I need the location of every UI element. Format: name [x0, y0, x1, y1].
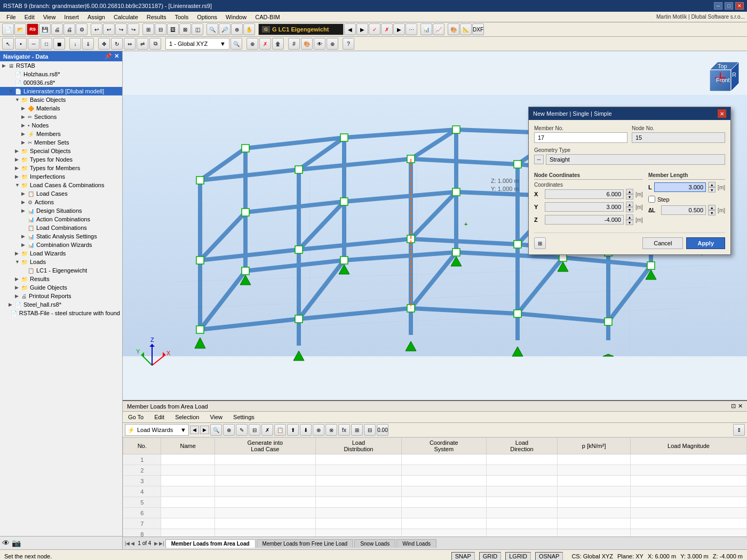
nav-item-13[interactable]: ▶📁Imperfections: [0, 172, 122, 181]
lc-prev-btn[interactable]: ◀: [344, 23, 356, 35]
panel-menu-goto[interactable]: Go To: [125, 413, 147, 421]
y-spin-down[interactable]: ▼: [626, 207, 633, 212]
menu-view[interactable]: View: [39, 13, 60, 21]
cross-btn[interactable]: ✗: [381, 23, 393, 35]
nav-item-22[interactable]: ▶📁Load Wizards: [0, 249, 122, 258]
nav-item-7[interactable]: ▶•Nodes: [0, 121, 122, 130]
nav-item-11[interactable]: ▶📁Types for Nodes: [0, 155, 122, 164]
zoom-btn[interactable]: 🔍: [206, 23, 218, 35]
length-input[interactable]: [654, 182, 706, 192]
delta-spin-up[interactable]: ▲: [708, 205, 716, 210]
select-btn[interactable]: ↖: [2, 38, 14, 50]
nav-item-5[interactable]: ▶🔶Materials: [0, 104, 122, 113]
x-spin-down[interactable]: ▼: [626, 194, 633, 199]
delete-btn[interactable]: ✗: [259, 38, 271, 50]
nav-item-21[interactable]: ▶📊Combination Wizards: [0, 241, 122, 249]
nav-item-1[interactable]: 📄Holzhaus.rs8*: [0, 70, 122, 78]
nav-item-28[interactable]: ▶📄Steel_hall.rs8*: [0, 300, 122, 309]
redo-btn[interactable]: ↪: [115, 23, 127, 35]
menu-cad-bim[interactable]: CAD-BIM: [251, 13, 284, 21]
nav-item-29[interactable]: 📄RSTAB-File - steel structure with found: [0, 309, 122, 317]
rstab-icon[interactable]: R9: [27, 23, 38, 35]
nav-item-16[interactable]: ▶⚙Actions: [0, 198, 122, 206]
undo2-btn[interactable]: ↩: [103, 23, 115, 35]
panel-tb6[interactable]: 📋: [274, 424, 286, 436]
nav-item-18[interactable]: 📊Action Combinations: [0, 215, 122, 223]
snap-btn[interactable]: ⊕: [247, 38, 258, 50]
panel-tb14[interactable]: 0.00: [377, 424, 388, 436]
graphic-btn[interactable]: 🖼: [167, 23, 179, 35]
delta-spin-down[interactable]: ▼: [708, 210, 716, 215]
print2-btn[interactable]: 🖨: [63, 23, 75, 35]
load2-btn[interactable]: ⇓: [82, 38, 94, 50]
panel-tb1[interactable]: 🔍: [210, 424, 222, 436]
panel-wizard-dropdown[interactable]: ⚡ Load Wizards ▼: [125, 424, 189, 436]
fit-btn[interactable]: ⊕: [231, 23, 243, 35]
menu-options[interactable]: Options: [193, 13, 221, 21]
table-row[interactable]: 8: [123, 529, 747, 537]
grid-toggle[interactable]: GRID: [479, 552, 502, 561]
check-btn[interactable]: ✓: [369, 23, 380, 35]
table2-btn[interactable]: ⊟: [155, 23, 166, 35]
tab-snow-loads[interactable]: Snow Loads: [354, 539, 395, 548]
new-btn[interactable]: 📄: [2, 23, 14, 35]
nav-pin-icon[interactable]: 📌: [105, 53, 112, 60]
menu-edit[interactable]: Edit: [20, 13, 39, 21]
table-row[interactable]: 1: [123, 454, 747, 465]
copy-btn[interactable]: ⧉: [149, 38, 161, 50]
calc-btn[interactable]: ▶: [393, 23, 405, 35]
nav-item-25[interactable]: ▶📁Results: [0, 275, 122, 283]
menu-results[interactable]: Results: [142, 13, 171, 21]
dialog-properties-btn[interactable]: ⊞: [534, 237, 546, 249]
nav-item-8[interactable]: ▶⚡Members: [0, 130, 122, 138]
nav-item-3[interactable]: ▼📄Linienraster.rs9 [Dlubal modell]: [0, 87, 122, 95]
menu-file[interactable]: File: [2, 13, 20, 21]
zoom2-btn[interactable]: 🔎: [219, 23, 231, 35]
panel-tb7[interactable]: ⬆: [287, 424, 299, 436]
scale-btn[interactable]: ⇔: [124, 38, 136, 50]
table-row[interactable]: 5: [123, 497, 747, 508]
delta-l-input[interactable]: [661, 205, 706, 215]
nav-item-26[interactable]: ▶📁Guide Objects: [0, 283, 122, 292]
split-btn[interactable]: ⊠: [179, 23, 191, 35]
tab-free-line-load[interactable]: Member Loads from Free Line Load: [257, 539, 354, 548]
mirror-btn[interactable]: ⇌: [137, 38, 148, 50]
x-spin-up[interactable]: ▲: [626, 189, 633, 194]
panel-tb13[interactable]: ⊟: [364, 424, 376, 436]
menu-insert[interactable]: Insert: [60, 13, 83, 21]
minimize-button[interactable]: ─: [714, 2, 722, 10]
dxf-btn[interactable]: DXF: [472, 23, 484, 35]
panel-scroll-btn[interactable]: ⇕: [733, 424, 745, 436]
lgrid-toggle[interactable]: LGRID: [505, 552, 531, 561]
settings-btn[interactable]: ⚙: [76, 23, 88, 35]
maximize-button[interactable]: □: [725, 2, 733, 10]
move-btn[interactable]: ✥: [98, 38, 110, 50]
nav-item-4[interactable]: ▼📁Basic Objects: [0, 95, 122, 104]
nav-item-9[interactable]: ▶✂Member Sets: [0, 138, 122, 147]
menu-tools[interactable]: Tools: [170, 13, 193, 21]
load-case-dropdown[interactable]: G G LC1 Eigengewicht: [258, 23, 344, 35]
cancel-button[interactable]: Cancel: [642, 237, 683, 249]
load-btn[interactable]: ↓: [69, 38, 81, 50]
length-spin-down[interactable]: ▼: [708, 187, 716, 193]
y-input[interactable]: [545, 202, 624, 212]
dialog-close-button[interactable]: ✕: [718, 109, 726, 118]
display-btn[interactable]: 👁: [314, 38, 325, 50]
panel-tb4[interactable]: ⊟: [249, 424, 260, 436]
save-btn[interactable]: 💾: [39, 23, 51, 35]
more-btn[interactable]: ⋯: [406, 23, 417, 35]
menu-calculate[interactable]: Calculate: [109, 13, 142, 21]
member-btn[interactable]: ─: [28, 38, 39, 50]
rotate-btn[interactable]: ↻: [111, 38, 123, 50]
surface-btn[interactable]: □: [41, 38, 52, 50]
table-row[interactable]: 7: [123, 518, 747, 529]
report-btn[interactable]: 📊: [420, 23, 432, 35]
panel-tb10[interactable]: ⊗: [325, 424, 337, 436]
print-btn[interactable]: 🖨: [51, 23, 63, 35]
panel-tb12[interactable]: ⊞: [351, 424, 363, 436]
table-row[interactable]: 6: [123, 508, 747, 518]
panel-menu-view[interactable]: View: [206, 413, 226, 421]
menu-window[interactable]: Window: [221, 13, 251, 21]
chart-btn[interactable]: 📈: [433, 23, 444, 35]
panel-nav-prev[interactable]: ◀: [190, 426, 199, 434]
